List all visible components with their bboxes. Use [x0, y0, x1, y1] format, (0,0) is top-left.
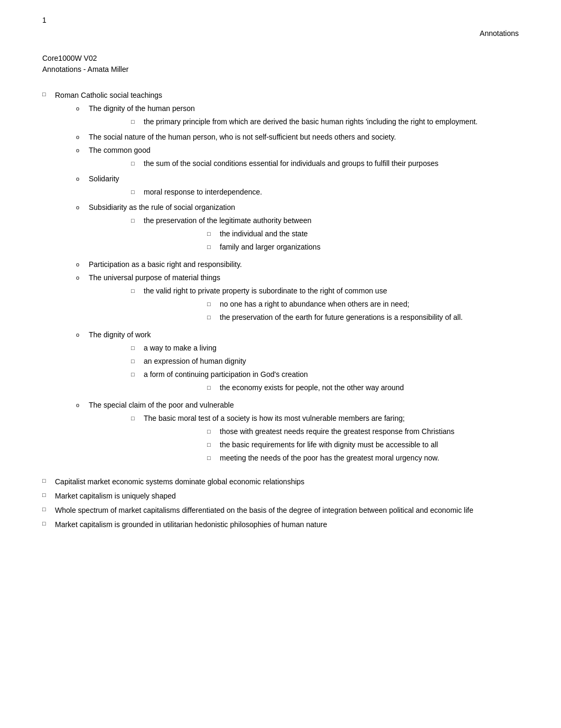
header-info: Core1000W V02 Annotations - Amata Miller [42, 53, 128, 75]
item-text: the economy exists for people, not the o… [220, 382, 529, 393]
header-line1: Core1000W V02 [42, 53, 128, 64]
item-text: Roman Catholic social teachings [55, 91, 162, 99]
list-item: □ no one has a right to abundance when o… [144, 299, 529, 310]
item-text: Participation as a basic right and respo… [89, 259, 529, 270]
bullet-icon: □ [207, 313, 213, 322]
item-text: Whole spectrum of market capitalisms dif… [55, 505, 529, 516]
bullet-icon: o [76, 273, 82, 282]
bullet-icon: o [76, 146, 82, 155]
item-text: an expression of human dignity [144, 356, 529, 367]
list-item: o The dignity of work □ a way to make a … [55, 329, 529, 398]
bullet-icon: □ [131, 159, 137, 168]
item-text: the primary principle from which are der… [144, 116, 529, 127]
list-item: □ the individual and the state [144, 228, 529, 239]
list-item: □ Whole spectrum of market capitalisms d… [42, 505, 529, 516]
list-item: □ Market capitalism is uniquely shaped [42, 491, 529, 502]
item-text: Solidarity [89, 174, 119, 183]
list-item: □ the sum of the social conditions essen… [89, 158, 529, 169]
bullet-icon: o [76, 104, 82, 113]
item-text: the sum of the social conditions essenti… [144, 158, 529, 169]
item-text: Subsidiarity as the rule of social organ… [89, 203, 235, 211]
list-item: □ Market capitalism is grounded in utili… [42, 519, 529, 530]
bullet-icon: o [76, 330, 82, 339]
item-text: The common good [89, 146, 151, 154]
bullet-icon: □ [131, 287, 137, 296]
item-text: The social nature of the human person, w… [89, 132, 529, 143]
list-item: □ the preservation of the legitimate aut… [89, 215, 529, 255]
item-text: family and larger organizations [220, 242, 529, 253]
list-item: □ Capitalist market economic systems dom… [42, 476, 529, 487]
item-text: those with greatest needs require the gr… [220, 426, 529, 437]
item-text: moral response to interdependence. [144, 187, 529, 198]
item-text: Market capitalism is grounded in utilita… [55, 519, 529, 530]
item-text: The dignity of work [89, 330, 151, 339]
list-item: □ moral response to interdependence. [89, 187, 529, 198]
item-text: a way to make a living [144, 343, 529, 354]
bullet-icon: □ [207, 243, 213, 252]
list-item: o The dignity of the human person □ the … [55, 103, 529, 130]
item-text: the individual and the state [220, 228, 529, 239]
bullet-icon: o [76, 260, 82, 269]
bullet-icon: o [76, 203, 82, 212]
list-item: □ Roman Catholic social teachings o The … [42, 90, 529, 470]
list-item: □ The basic moral test of a society is h… [89, 413, 529, 466]
bullet-icon: □ [131, 117, 137, 126]
bullet-icon: □ [207, 440, 213, 449]
bullet-icon: □ [42, 477, 49, 484]
item-text: no one has a right to abundance when oth… [220, 299, 529, 310]
item-text: The special claim of the poor and vulner… [89, 401, 234, 409]
bullet-icon: □ [131, 188, 137, 197]
list-item: □ an expression of human dignity [89, 356, 529, 367]
item-text: meeting the needs of the poor has the gr… [220, 453, 529, 464]
list-item: □ the basic requirements for life with d… [144, 439, 529, 450]
item-text: the basic requirements for life with dig… [220, 439, 529, 450]
item-text: The universal purpose of material things [89, 273, 220, 282]
bullet-icon: o [76, 401, 82, 410]
list-item: o The common good □ the sum of the socia… [55, 145, 529, 171]
item-text: Capitalist market economic systems domin… [55, 476, 529, 487]
list-item: □ a way to make a living [89, 343, 529, 354]
list-item: □ family and larger organizations [144, 242, 529, 253]
annotations-label: Annotations [480, 29, 519, 38]
list-item: o The universal purpose of material thin… [55, 272, 529, 327]
bullet-icon: □ [131, 357, 137, 366]
bullet-icon: □ [131, 370, 137, 379]
header-line2: Annotations - Amata Miller [42, 64, 128, 75]
bullet-icon: o [76, 133, 82, 142]
bullet-icon: □ [42, 520, 49, 527]
item-text: a form of continuing participation in Go… [144, 370, 308, 379]
list-item: o Solidarity □ moral response to interde… [55, 173, 529, 200]
bullet-icon: □ [42, 506, 49, 512]
list-item: □ a form of continuing participation in … [89, 369, 529, 395]
list-item: □ meeting the needs of the poor has the … [144, 453, 529, 464]
list-item: □ the primary principle from which are d… [89, 116, 529, 127]
list-item: □ the valid right to private property is… [89, 285, 529, 325]
list-item: □ the economy exists for people, not the… [144, 382, 529, 393]
bullet-icon: □ [131, 414, 137, 423]
item-text: the preservation of the earth for future… [220, 312, 529, 323]
bullet-icon: □ [131, 216, 137, 225]
list-item: o The social nature of the human person,… [55, 132, 529, 143]
bullet-icon: □ [207, 454, 213, 463]
list-item: o The special claim of the poor and vuln… [55, 400, 529, 468]
bullet-icon: □ [207, 427, 213, 436]
bullet-icon: □ [42, 492, 49, 498]
item-text: the valid right to private property is s… [144, 287, 387, 295]
bullet-icon: □ [131, 344, 137, 353]
main-content: □ Roman Catholic social teachings o The … [42, 90, 529, 533]
list-item: □ the preservation of the earth for futu… [144, 312, 529, 323]
bullet-icon: □ [207, 383, 213, 392]
item-text: the preservation of the legitimate autho… [144, 216, 312, 225]
bullet-icon: □ [207, 229, 213, 238]
item-text: The basic moral test of a society is how… [144, 414, 405, 422]
item-text: The dignity of the human person [89, 104, 195, 113]
item-text: Market capitalism is uniquely shaped [55, 491, 529, 502]
bullet-icon: □ [207, 300, 213, 309]
bullet-icon: □ [42, 91, 49, 97]
bullet-icon: o [76, 174, 82, 183]
list-item: □ those with greatest needs require the … [144, 426, 529, 437]
page-number: 1 [42, 16, 46, 24]
list-item: o Participation as a basic right and res… [55, 259, 529, 270]
list-item: o Subsidiarity as the rule of social org… [55, 202, 529, 257]
